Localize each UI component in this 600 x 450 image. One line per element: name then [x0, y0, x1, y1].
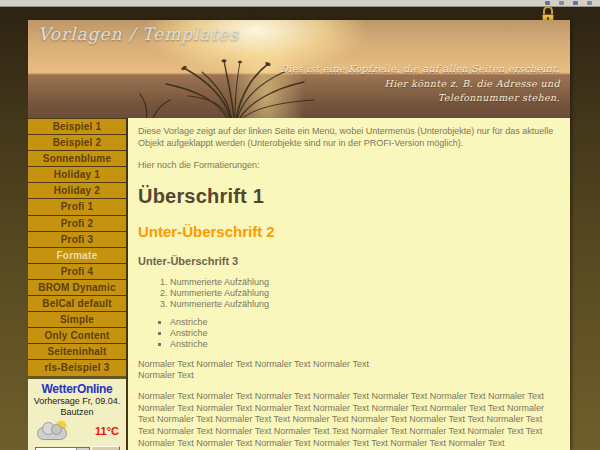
- forecast-city: Bautzen: [28, 407, 126, 418]
- sidebar-item-rls-beispiel-3[interactable]: rls-Beispiel 3: [28, 359, 126, 375]
- list-item: Anstriche: [170, 317, 558, 328]
- sidebar-item-profi-1[interactable]: Profi 1: [28, 198, 126, 214]
- lock-icon[interactable]: [542, 6, 554, 20]
- go-button[interactable]: GO: [91, 446, 120, 450]
- sidebar-item-simple[interactable]: Simple: [28, 311, 126, 327]
- temperature-value: 11°C: [95, 425, 119, 437]
- intro-paragraph: Diese Vorlage zeigt auf der linken Seite…: [138, 126, 558, 149]
- sidebar-item-sonnenblume[interactable]: Sonnenblume: [28, 150, 126, 166]
- sidebar: Beispiel 1 Beispiel 2 Sonnenblume Holida…: [28, 118, 128, 450]
- browser-titlebar: Templates - Allgemeine Formate für Texte…: [0, 0, 600, 7]
- sun-behind-cloud-icon: [37, 421, 71, 441]
- numbered-list: Nummerierte Aufzählung Nummerierte Aufzä…: [138, 277, 558, 310]
- sidebar-item-profi-2[interactable]: Profi 2: [28, 215, 126, 231]
- sidebar-item-profi-4[interactable]: Profi 4: [28, 263, 126, 279]
- weather-widget: WetterOnline Vorhersage Fr, 09.04. Bautz…: [28, 379, 126, 450]
- list-item: Anstriche: [170, 339, 558, 350]
- heading-3: Unter-Überschrift 3: [138, 254, 558, 268]
- grass-silhouette: [136, 58, 326, 118]
- list-item: Anstriche: [170, 328, 558, 339]
- sidebar-menu: Beispiel 1 Beispiel 2 Sonnenblume Holida…: [28, 118, 126, 376]
- sidebar-item-beispiel-2[interactable]: Beispiel 2: [28, 134, 126, 150]
- main-content: Diese Vorlage zeigt auf der linken Seite…: [128, 118, 570, 450]
- sidebar-item-holiday-1[interactable]: Holiday 1: [28, 166, 126, 182]
- sidebar-item-brom-dynamic[interactable]: BROM Dynamic: [28, 279, 126, 295]
- sidebar-item-holiday-2[interactable]: Holiday 2: [28, 182, 126, 198]
- forecast-label: Vorhersage Fr, 09.04.: [28, 396, 126, 407]
- normal-text-short: Normaler Text Normaler Text Normaler Tex…: [138, 359, 558, 382]
- list-item: Nummerierte Aufzählung: [170, 277, 558, 288]
- template-page: Vorlagen / Templates Dies ist eine Kopfz…: [28, 20, 570, 450]
- list-item: Nummerierte Aufzählung: [170, 288, 558, 299]
- browser-toolbar-icons[interactable]: [545, 1, 592, 5]
- sidebar-item-profi-3[interactable]: Profi 3: [28, 231, 126, 247]
- wetteronline-logo[interactable]: WetterOnline: [28, 382, 126, 396]
- header-banner-image: Vorlagen / Templates Dies ist eine Kopfz…: [28, 20, 570, 118]
- normal-text-long: Normaler Text Normaler Text Normaler Tex…: [138, 391, 558, 449]
- heading-2: Unter-Überschrift 2: [138, 222, 558, 242]
- sidebar-item-only-content[interactable]: Only Content: [28, 327, 126, 343]
- sidebar-item-belcal-default[interactable]: BelCal default: [28, 295, 126, 311]
- heading-1: Überschrift 1: [138, 183, 558, 209]
- bullet-list: Anstriche Anstriche Anstriche: [138, 317, 558, 350]
- sidebar-item-formate[interactable]: Formate: [28, 247, 126, 263]
- formats-label: Hier noch die Formatierungen:: [138, 160, 558, 172]
- sidebar-item-beispiel-1[interactable]: Beispiel 1: [28, 118, 126, 134]
- list-item: Nummerierte Aufzählung: [170, 299, 558, 310]
- forecast-range-select[interactable]: 3 Tage ▼: [35, 447, 90, 450]
- site-title: Vorlagen / Templates: [38, 24, 239, 44]
- sidebar-item-seiteninhalt[interactable]: Seiteninhalt: [28, 343, 126, 359]
